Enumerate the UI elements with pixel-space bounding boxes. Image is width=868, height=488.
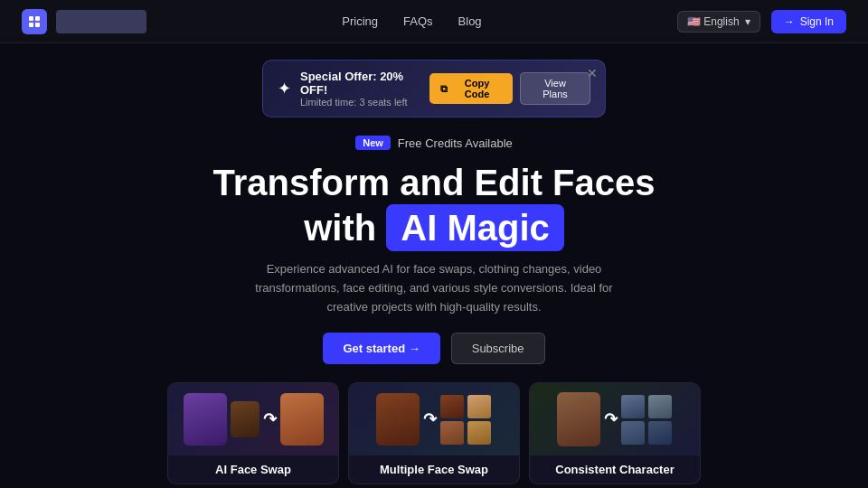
consist-mini-2 — [648, 395, 672, 418]
banner-subtitle: Limited time: 3 seats left — [300, 97, 429, 108]
hero-title-highlight: AI Magic — [386, 204, 563, 251]
multi-face-grid — [440, 395, 493, 445]
consist-mini-1 — [621, 395, 645, 418]
svg-rect-2 — [29, 23, 33, 27]
card-image-consistent: ↷ — [530, 383, 700, 455]
copy-code-label: Copy Code — [452, 78, 502, 99]
svg-rect-0 — [29, 16, 33, 21]
consist-mini-4 — [648, 421, 672, 445]
banner-buttons: ⧉ Copy Code View Plans — [429, 72, 590, 105]
consist-mini-3 — [621, 421, 645, 445]
hero-title-line2: with — [304, 208, 376, 248]
view-plans-button[interactable]: View Plans — [520, 72, 590, 105]
bottom-cards: ↷ ↷ ↷ — [0, 484, 868, 488]
hero-section: New Free Credits Available Transform and… — [0, 127, 868, 364]
nav-right: 🇺🇸 English ▾ → Sign In — [677, 10, 846, 33]
view-plans-label: View Plans — [542, 78, 568, 99]
mini-face-1 — [440, 395, 464, 418]
hero-title: Transform and Edit Faces with AI Magic — [18, 161, 850, 251]
hero-buttons: Get started → Subscribe — [18, 333, 850, 364]
card-multiple-face-swap[interactable]: ↷ Multiple Face Swap — [348, 382, 520, 484]
multi-face-visual: ↷ — [349, 383, 519, 455]
svg-rect-1 — [35, 16, 40, 21]
face-swap-visual: ↷ — [168, 383, 338, 455]
language-selector[interactable]: 🇺🇸 English ▾ — [677, 11, 760, 33]
nav-faqs[interactable]: FAQs — [403, 14, 433, 28]
banner-title: Special Offer: 20% OFF! — [300, 70, 429, 97]
get-started-label: Get started → — [343, 342, 420, 355]
subscribe-label: Subscribe — [472, 342, 524, 355]
arrow-icon: ↷ — [263, 409, 277, 429]
consistent-visual: ↷ — [530, 383, 700, 455]
hero-subtitle: Experience advanced AI for face swaps, c… — [244, 260, 624, 316]
brand-placeholder — [56, 10, 146, 33]
mini-face-3 — [440, 421, 464, 445]
subscribe-button[interactable]: Subscribe — [451, 333, 545, 364]
card-image-ai-face-swap: ↷ — [168, 383, 338, 455]
svg-rect-3 — [35, 23, 40, 27]
consist-main-face — [557, 392, 600, 446]
card-label-multiple-face: Multiple Face Swap — [349, 455, 519, 483]
banner-text: Special Offer: 20% OFF! Limited time: 3 … — [300, 70, 429, 108]
nav-links: Pricing FAQs Blog — [342, 14, 481, 28]
nav-left — [22, 9, 146, 34]
new-badge-row: New Free Credits Available — [18, 136, 850, 150]
promo-banner: ✦ Special Offer: 20% OFF! Limited time: … — [262, 60, 606, 117]
arrow-icon-consist: ↷ — [604, 409, 618, 429]
card-label-ai-face-swap: AI Face Swap — [168, 455, 338, 483]
hero-title-line1: Transform and Edit Faces — [212, 163, 655, 202]
mini-face-4 — [467, 421, 491, 445]
navbar: Pricing FAQs Blog 🇺🇸 English ▾ → Sign In — [0, 0, 868, 43]
mini-face-2 — [467, 395, 491, 418]
nav-blog[interactable]: Blog — [458, 14, 482, 28]
copy-icon: ⧉ — [440, 83, 448, 95]
star-icon: ✦ — [278, 79, 291, 99]
banner-left: ✦ Special Offer: 20% OFF! Limited time: … — [278, 70, 429, 108]
arrow-icon-multi: ↷ — [423, 409, 437, 429]
logo-icon[interactable] — [22, 9, 47, 34]
language-label: 🇺🇸 English — [687, 15, 740, 28]
face-overlay-small — [231, 401, 259, 437]
card-ai-face-swap[interactable]: ↷ AI Face Swap — [167, 382, 339, 484]
nav-pricing[interactable]: Pricing — [342, 14, 378, 28]
card-image-multiple-face: ↷ — [349, 383, 519, 455]
face-target — [280, 393, 324, 446]
copy-code-button[interactable]: ⧉ Copy Code — [429, 73, 513, 104]
sign-in-label: Sign In — [800, 15, 834, 28]
sign-in-button[interactable]: → Sign In — [771, 10, 846, 33]
face-source — [184, 393, 227, 446]
free-credits-text: Free Credits Available — [398, 136, 513, 150]
get-started-button[interactable]: Get started → — [323, 333, 439, 364]
card-consistent-character[interactable]: ↷ Consistent Character — [529, 382, 701, 484]
new-badge: New — [355, 136, 391, 150]
sign-in-icon: → — [784, 15, 795, 28]
banner-close-button[interactable]: ✕ — [587, 66, 598, 80]
multi-source-face — [376, 393, 420, 446]
card-label-consistent: Consistent Character — [530, 455, 700, 483]
feature-cards: ↷ AI Face Swap ↷ Multiple Face Swap — [0, 382, 868, 484]
consist-grid — [621, 395, 674, 445]
chevron-down-icon: ▾ — [745, 15, 750, 28]
